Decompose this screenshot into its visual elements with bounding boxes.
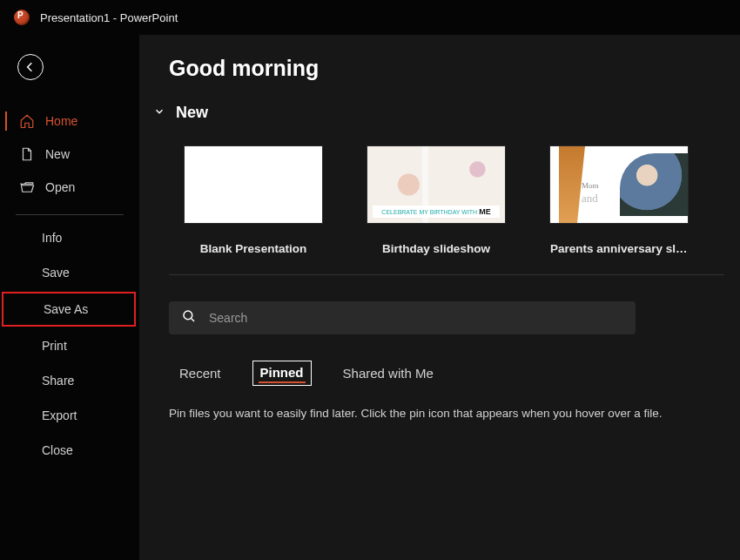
new-section-title: New (176, 104, 208, 122)
sidebar-item-label: New (45, 147, 70, 161)
powerpoint-icon (14, 10, 30, 25)
sidebar-item-close[interactable]: Close (0, 433, 139, 468)
template-label: Blank Presentation (185, 223, 322, 255)
tab-recent[interactable]: Recent (178, 361, 223, 386)
content-divider (169, 274, 724, 275)
new-section-header[interactable]: New (139, 104, 740, 122)
sidebar-item-save[interactable]: Save (0, 255, 139, 290)
template-label: Parents anniversary slidesh… (550, 223, 688, 255)
template-blank[interactable]: Blank Presentation (185, 146, 322, 255)
back-button[interactable] (17, 54, 44, 80)
sidebar-item-home[interactable]: Home (0, 105, 139, 138)
sidebar-item-new[interactable]: New (0, 138, 139, 171)
file-tabs: Recent Pinned Shared with Me (139, 361, 740, 386)
template-thumbnail (185, 146, 322, 223)
search-input[interactable] (209, 311, 623, 325)
sidebar-item-label: Home (45, 114, 77, 128)
sidebar-item-label: Open (45, 180, 75, 194)
template-row: Blank Presentation CELEBRATE MY BIRTHDAY… (139, 146, 740, 255)
new-file-icon (19, 146, 35, 162)
sidebar-item-print[interactable]: Print (0, 328, 139, 363)
search-icon (181, 308, 197, 327)
sidebar-item-share[interactable]: Share (0, 363, 139, 398)
titlebar: Presentation1 - PowerPoint (0, 0, 740, 35)
main-content: Good morning New Blank Presentation CELE… (139, 35, 740, 560)
svg-point-0 (184, 311, 192, 320)
template-thumbnail: Momand (550, 146, 688, 223)
sidebar-item-save-as[interactable]: Save As (2, 292, 136, 327)
template-thumbnail: CELEBRATE MY BIRTHDAY WITH ME (367, 146, 505, 223)
search-box[interactable] (169, 301, 636, 334)
chevron-down-icon (153, 105, 165, 121)
template-label: Birthday slideshow (367, 223, 505, 255)
pinned-empty-message: Pin files you want to easily find later.… (139, 400, 740, 427)
window-title: Presentation1 - PowerPoint (40, 11, 178, 24)
template-birthday[interactable]: CELEBRATE MY BIRTHDAY WITH ME Birthday s… (367, 146, 505, 255)
home-icon (19, 113, 35, 129)
sidebar: Home New Open Info Save Save As Print Sh… (0, 35, 139, 560)
sidebar-item-open[interactable]: Open (0, 171, 139, 204)
sidebar-item-export[interactable]: Export (0, 398, 139, 433)
tab-shared-with-me[interactable]: Shared with Me (341, 361, 435, 386)
template-parents-anniversary[interactable]: Momand Parents anniversary slidesh… (550, 146, 688, 255)
sidebar-divider (16, 214, 124, 215)
sidebar-item-info[interactable]: Info (0, 220, 139, 255)
greeting-heading: Good morning (139, 56, 740, 81)
tab-pinned[interactable]: Pinned (252, 361, 312, 386)
folder-open-icon (19, 179, 35, 195)
